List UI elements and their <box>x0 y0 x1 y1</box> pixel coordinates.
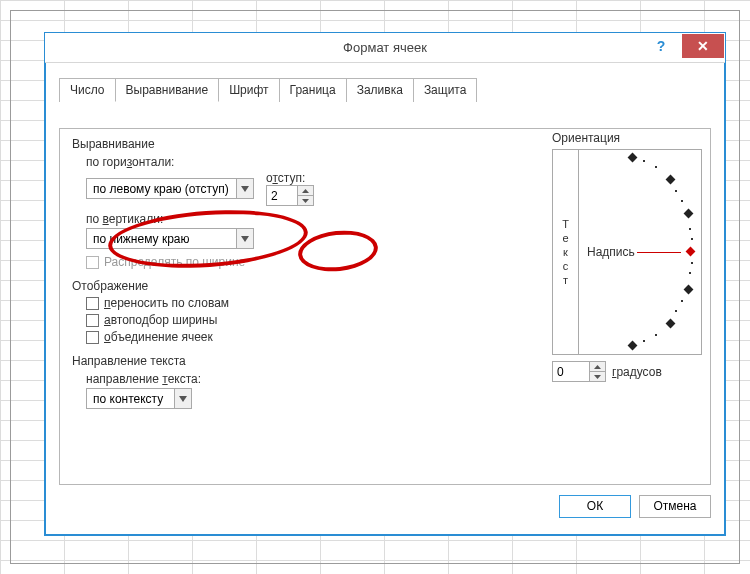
horizontal-value: по левому краю (отступ) <box>87 182 236 196</box>
chevron-down-icon[interactable] <box>590 371 605 381</box>
indent-spinner[interactable] <box>266 185 314 206</box>
tab-выравнивание[interactable]: Выравнивание <box>115 78 220 102</box>
chevron-up-icon[interactable] <box>298 186 313 195</box>
tab-число[interactable]: Число <box>59 78 116 102</box>
tab-защита[interactable]: Защита <box>413 78 478 102</box>
vertical-combo[interactable]: по нижнему краю <box>86 228 254 249</box>
tab-граница[interactable]: Граница <box>279 78 347 102</box>
help-button[interactable]: ? <box>640 34 682 58</box>
tab-заливка[interactable]: Заливка <box>346 78 414 102</box>
chevron-up-icon[interactable] <box>590 362 605 371</box>
chevron-down-icon[interactable] <box>236 229 253 248</box>
window-title: Формат ячеек <box>45 40 725 55</box>
degrees-value[interactable] <box>553 362 589 381</box>
orientation-pointer <box>637 252 681 253</box>
close-button[interactable]: ✕ <box>682 34 724 58</box>
tab-шрифт[interactable]: Шрифт <box>218 78 279 102</box>
horizontal-combo[interactable]: по левому краю (отступ) <box>86 178 254 199</box>
format-cells-dialog: Формат ячеек ? ✕ ЧислоВыравниваниеШрифтГ… <box>44 32 726 536</box>
chevron-down-icon[interactable] <box>174 389 191 408</box>
cancel-button[interactable]: Отмена <box>639 495 711 518</box>
chevron-down-icon[interactable] <box>298 195 313 205</box>
chevron-down-icon[interactable] <box>236 179 253 198</box>
indent-value[interactable] <box>267 186 297 205</box>
orientation-widget[interactable]: Текст Надпись <box>552 149 702 355</box>
group-orientation: Ориентация <box>552 131 702 145</box>
degrees-spinner[interactable] <box>552 361 606 382</box>
angle-dial[interactable]: Надпись <box>579 150 701 354</box>
indent-label: отступ: <box>266 171 314 185</box>
degrees-label: градусов <box>612 365 662 379</box>
vertical-value: по нижнему краю <box>87 232 236 246</box>
textdir-combo[interactable]: по контексту <box>86 388 192 409</box>
textdir-value: по контексту <box>87 392 174 406</box>
ok-button[interactable]: ОК <box>559 495 631 518</box>
vertical-text-button[interactable]: Текст <box>553 150 579 354</box>
orientation-nadpis: Надпись <box>587 245 635 259</box>
titlebar[interactable]: Формат ячеек ? ✕ <box>45 33 725 63</box>
